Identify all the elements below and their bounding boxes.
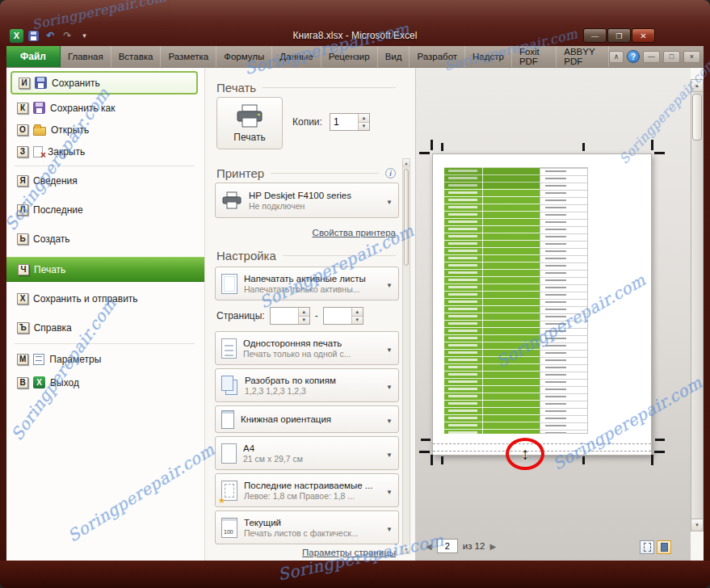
section-title: Принтер <box>216 166 264 180</box>
margin-handle[interactable] <box>441 456 443 464</box>
margin-handle[interactable] <box>431 455 433 465</box>
print-button[interactable]: Печать <box>216 97 283 149</box>
sidebar-item-close[interactable]: З Закрыть <box>11 141 198 162</box>
current-page-input[interactable] <box>437 539 458 553</box>
spin-down-icon[interactable] <box>359 122 369 131</box>
sidebar-item-options[interactable]: М Параметры <box>11 348 198 370</box>
show-margins-button[interactable] <box>640 540 654 554</box>
collate-dropdown[interactable]: Разобрать по копиям 1,2,3 1,2,3 1,2,3 <box>215 368 399 402</box>
preview-zoom-buttons <box>640 540 671 554</box>
zoom-to-page-button[interactable] <box>657 540 671 554</box>
doc-minimize-button[interactable] <box>643 51 660 63</box>
preview-scrollbar[interactable] <box>691 79 704 531</box>
save-quick-button[interactable] <box>27 29 40 43</box>
printer-properties-link[interactable]: Свойства принтера <box>313 228 396 237</box>
scroll-up-icon[interactable] <box>691 80 703 92</box>
tab-data[interactable]: Данные <box>272 46 321 67</box>
sidebar-item-label: Сохранить <box>52 78 100 89</box>
tab-developer[interactable]: Разработ <box>410 46 465 67</box>
print-button-label: Печать <box>233 132 265 143</box>
margin-handle[interactable] <box>582 456 585 464</box>
sidebar-item-recent[interactable]: Л Последние <box>11 199 198 220</box>
margin-handle[interactable] <box>655 439 665 441</box>
tab-formulas[interactable]: Формулы <box>216 46 272 67</box>
margin-handle[interactable] <box>421 439 431 441</box>
tab-view[interactable]: Вид <box>378 46 410 67</box>
sidebar-item-help[interactable]: Ъ Справка <box>11 317 198 338</box>
margin-handle[interactable] <box>431 140 433 150</box>
help-icon[interactable] <box>627 50 640 63</box>
scroll-down-icon[interactable] <box>403 545 410 553</box>
tab-page-layout[interactable]: Разметка <box>161 46 216 67</box>
scroll-down-icon[interactable] <box>691 519 703 531</box>
qat-dropdown-icon[interactable] <box>78 29 91 43</box>
scroll-up-icon[interactable] <box>403 159 410 167</box>
page-to-input[interactable] <box>324 308 351 324</box>
spin-up-icon[interactable] <box>359 114 369 122</box>
margin-handle[interactable] <box>419 451 430 453</box>
margin-handle[interactable] <box>582 143 585 151</box>
restore-icon <box>615 32 622 40</box>
section-title: Печать <box>216 81 256 94</box>
close-button[interactable] <box>632 28 655 43</box>
sidebar-item-open[interactable]: О Открыть <box>11 119 198 141</box>
page-setup-link[interactable]: Параметры страницы <box>302 548 396 557</box>
margins-toggle-icon <box>644 543 651 552</box>
previous-page-icon[interactable] <box>426 542 432 551</box>
settings-scrollbar[interactable] <box>402 158 410 554</box>
sidebar-item-print[interactable]: Ч Печать <box>6 257 204 282</box>
margin-handle[interactable] <box>651 140 653 150</box>
ribbon-collapse-icon[interactable] <box>609 51 624 63</box>
minimize-button[interactable] <box>583 28 607 43</box>
spin-down-icon[interactable] <box>299 316 309 325</box>
close-icon <box>640 32 646 40</box>
duplex-dropdown[interactable]: Односторонняя печать Печать только на од… <box>215 331 399 365</box>
printer-dropdown[interactable]: HP Deskjet F4100 series Не подключен <box>215 183 399 218</box>
copies-label: Копии: <box>292 116 322 128</box>
print-settings-panel: Печать Печать Копии: При <box>205 68 412 561</box>
excel-logo-icon[interactable]: X <box>10 29 23 43</box>
margins-dropdown[interactable]: Последние настраиваемые ... Левое: 1,8 с… <box>215 473 399 507</box>
doc-restore-button[interactable] <box>663 51 680 63</box>
undo-button[interactable] <box>44 29 57 43</box>
margin-handle[interactable] <box>651 455 653 465</box>
sidebar-item-exit[interactable]: В Выход <box>11 372 198 393</box>
page-from-input[interactable] <box>271 308 298 324</box>
paper-size-dropdown[interactable]: A4 21 см x 29,7 см <box>215 436 399 470</box>
spin-up-icon[interactable] <box>299 308 309 316</box>
next-page-icon[interactable] <box>489 542 496 551</box>
margin-handle[interactable] <box>419 152 430 154</box>
tab-addins[interactable]: Надстр <box>465 46 512 67</box>
scrollbar-thumb[interactable] <box>404 169 409 266</box>
chevron-down-icon <box>386 520 393 535</box>
margin-handle[interactable] <box>654 451 665 453</box>
sidebar-item-save[interactable]: И Сохранить <box>11 71 198 94</box>
orientation-dropdown[interactable]: Книжная ориентация <box>215 405 399 433</box>
tab-insert[interactable]: Вставка <box>111 46 162 67</box>
doc-close-button[interactable] <box>683 51 700 63</box>
tab-review[interactable]: Рецензир <box>321 46 378 67</box>
sidebar-item-new[interactable]: Ь Создать <box>11 228 198 250</box>
dropdown-title: Разобрать по копиям <box>245 376 336 385</box>
bottom-margin-line[interactable] <box>433 443 651 444</box>
sidebar-item-label: Справка <box>34 322 72 334</box>
printer-icon <box>234 104 265 128</box>
redo-button[interactable] <box>61 29 74 43</box>
margin-handle[interactable] <box>654 152 665 154</box>
copies-input[interactable] <box>330 114 358 130</box>
print-what-dropdown[interactable]: Напечатать активные листы Напечатать тол… <box>215 267 399 300</box>
sidebar-item-save-as[interactable]: К Сохранить как <box>11 97 198 119</box>
spin-up-icon[interactable] <box>352 308 363 316</box>
maximize-button[interactable] <box>607 28 631 43</box>
scrollbar-thumb[interactable] <box>692 94 702 141</box>
tab-abbyy-pdf[interactable]: ABBYY PDF <box>557 46 609 67</box>
info-icon[interactable] <box>385 168 396 178</box>
tab-file[interactable]: Файл <box>6 46 61 67</box>
spin-down-icon[interactable] <box>352 316 363 325</box>
tab-foxit-pdf[interactable]: Foxit PDF <box>512 46 557 67</box>
scaling-dropdown[interactable]: Текущий Печать листов с фактическ... <box>215 510 399 544</box>
sidebar-item-info[interactable]: Я Сведения <box>11 170 198 191</box>
tab-home[interactable]: Главная <box>61 46 111 67</box>
margin-handle[interactable] <box>441 143 443 151</box>
sidebar-item-save-send[interactable]: Х Сохранить и отправить <box>11 288 198 309</box>
